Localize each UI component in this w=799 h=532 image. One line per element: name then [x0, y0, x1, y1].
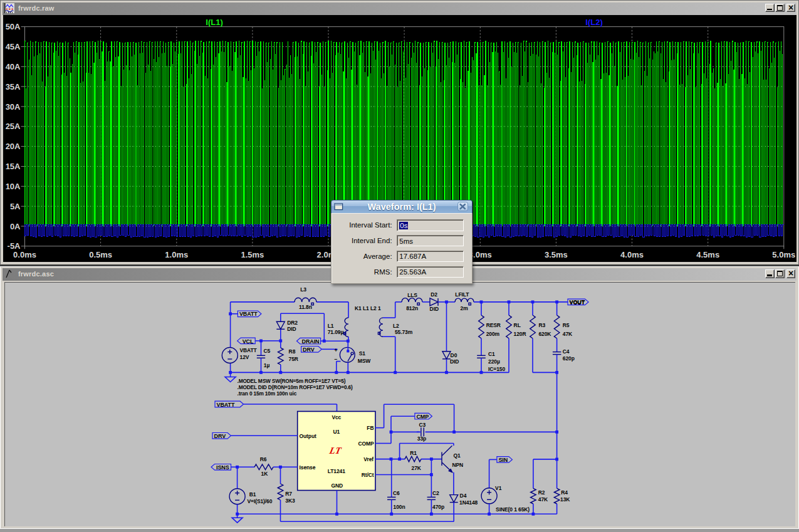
svg-text:40A: 40A [6, 62, 21, 71]
svg-text:C5: C5 [264, 348, 271, 354]
svg-text:220µ: 220µ [488, 358, 500, 365]
svg-text:1N4148: 1N4148 [459, 499, 478, 506]
svg-text:Vref: Vref [363, 456, 373, 462]
svg-text:33p: 33p [417, 436, 426, 442]
svg-text:4.5ms: 4.5ms [696, 250, 719, 259]
svg-text:50A: 50A [6, 22, 21, 31]
svg-text:200m: 200m [486, 331, 500, 337]
svg-text:VBATT: VBATT [239, 311, 258, 317]
svg-text:R5: R5 [563, 322, 570, 328]
svg-text:LT1241: LT1241 [328, 468, 345, 474]
svg-text:RL: RL [514, 322, 521, 328]
svg-text:D4: D4 [460, 493, 467, 499]
svg-text:C1: C1 [488, 351, 495, 357]
svg-text:VBATT: VBATT [217, 402, 235, 408]
svg-text:K1 L1 L2 1: K1 L1 L2 1 [355, 305, 381, 311]
svg-text:SIN: SIN [498, 457, 508, 463]
svg-text:Vcc: Vcc [332, 414, 341, 420]
svg-text:DRV: DRV [303, 347, 315, 353]
svg-text:45A: 45A [6, 42, 21, 51]
svg-text:4.0ms: 4.0ms [620, 250, 644, 259]
svg-text:DRAIN: DRAIN [302, 338, 320, 345]
svg-text:+: + [335, 347, 338, 353]
svg-text:R3: R3 [538, 322, 545, 328]
svg-text:VOUT: VOUT [570, 299, 585, 305]
svg-text:5A: 5A [10, 202, 21, 211]
svg-text:55.73m: 55.73m [395, 329, 413, 335]
svg-text:RESR: RESR [486, 322, 501, 328]
svg-text:D0: D0 [451, 352, 457, 358]
svg-text:0A: 0A [10, 222, 21, 231]
svg-text:R6: R6 [260, 456, 267, 462]
svg-text:12V: 12V [240, 354, 249, 360]
svg-text:D2: D2 [431, 291, 437, 298]
svg-text:25A: 25A [6, 122, 21, 131]
svg-text:R1: R1 [410, 450, 417, 456]
svg-text:.tran 0 15m 10m 100n uic: .tran 0 15m 10m 100n uic [238, 390, 297, 397]
svg-text:U1: U1 [333, 429, 340, 435]
svg-text:DID: DID [430, 306, 439, 312]
svg-text:ISNS: ISNS [216, 464, 229, 471]
svg-text:47K: 47K [563, 331, 573, 337]
svg-text:27K: 27K [412, 465, 422, 471]
svg-text:R4: R4 [561, 489, 568, 496]
svg-text:Q1: Q1 [454, 452, 461, 459]
svg-text:1.5ms: 1.5ms [241, 250, 264, 259]
svg-text:DID: DID [450, 358, 459, 365]
svg-text:DR2: DR2 [287, 320, 298, 326]
svg-text:71.09µ: 71.09µ [328, 329, 344, 335]
svg-text:30A: 30A [6, 102, 21, 112]
svg-text:CMP: CMP [416, 414, 429, 420]
svg-text:75R: 75R [289, 356, 298, 362]
svg-text:V=I(S1)/60: V=I(S1)/60 [248, 498, 273, 504]
svg-text:DRV: DRV [214, 433, 226, 439]
svg-text:3K3: 3K3 [285, 498, 295, 504]
svg-text:1.0ms: 1.0ms [165, 250, 188, 259]
svg-text:IC=150: IC=150 [488, 366, 505, 372]
svg-text:VCL: VCL [243, 338, 254, 345]
svg-text:V1: V1 [495, 485, 502, 491]
svg-text:VBATT: VBATT [240, 347, 258, 353]
svg-text:.MODEL MSW SW(RON=5m ROFF=1E7: .MODEL MSW SW(RON=5m ROFF=1E7 VT=5) [238, 378, 346, 384]
svg-text:C3: C3 [419, 422, 426, 428]
svg-text:5.0ms: 5.0ms [772, 250, 795, 259]
svg-text:35A: 35A [6, 82, 21, 91]
svg-text:620p: 620p [563, 355, 575, 362]
svg-text:0.5ms: 0.5ms [89, 250, 112, 259]
svg-text:C2: C2 [432, 490, 439, 496]
svg-text:GND: GND [331, 482, 343, 489]
svg-text:MSW: MSW [358, 358, 372, 364]
svg-text:FB: FB [367, 425, 373, 431]
svg-text:20A: 20A [6, 142, 21, 151]
svg-text:LFILT: LFILT [455, 291, 469, 298]
svg-text:1K: 1K [261, 471, 269, 477]
svg-text:NPN: NPN [452, 462, 464, 468]
svg-text:1µ: 1µ [264, 362, 270, 368]
svg-text:3.5ms: 3.5ms [545, 250, 568, 259]
svg-text:47K: 47K [538, 496, 548, 503]
svg-text:.MODEL DID D(RON=10m ROFF=1E7: .MODEL DID D(RON=10m ROFF=1E7 VFWD=0.6) [238, 384, 353, 390]
svg-text:C6: C6 [393, 490, 400, 496]
svg-text:S1: S1 [359, 350, 366, 357]
svg-text:Rt/Ct: Rt/Ct [362, 472, 374, 478]
svg-text:11.8n: 11.8n [299, 304, 312, 310]
svg-text:0.0ms: 0.0ms [13, 250, 36, 259]
svg-text:120R: 120R [514, 331, 526, 337]
svg-text:R2: R2 [538, 489, 545, 496]
svg-text:R7: R7 [285, 491, 292, 497]
svg-text:Isense: Isense [300, 464, 316, 471]
svg-text:R8: R8 [289, 348, 296, 355]
svg-text:COMP: COMP [358, 441, 374, 447]
svg-text:DID: DID [287, 326, 296, 332]
svg-text:SINE(0 1 65K): SINE(0 1 65K) [496, 506, 530, 513]
svg-text:LLS: LLS [407, 292, 417, 298]
svg-text:L1: L1 [328, 323, 334, 329]
svg-text:13K: 13K [560, 496, 570, 503]
svg-text:I(L1): I(L1) [206, 18, 222, 27]
svg-text:L2: L2 [393, 323, 399, 329]
svg-text:620K: 620K [538, 331, 551, 337]
svg-text:Output: Output [300, 433, 317, 439]
svg-text:812n: 812n [406, 305, 418, 311]
svg-text:100n: 100n [394, 504, 405, 510]
svg-text:I(L2): I(L2) [585, 18, 602, 27]
